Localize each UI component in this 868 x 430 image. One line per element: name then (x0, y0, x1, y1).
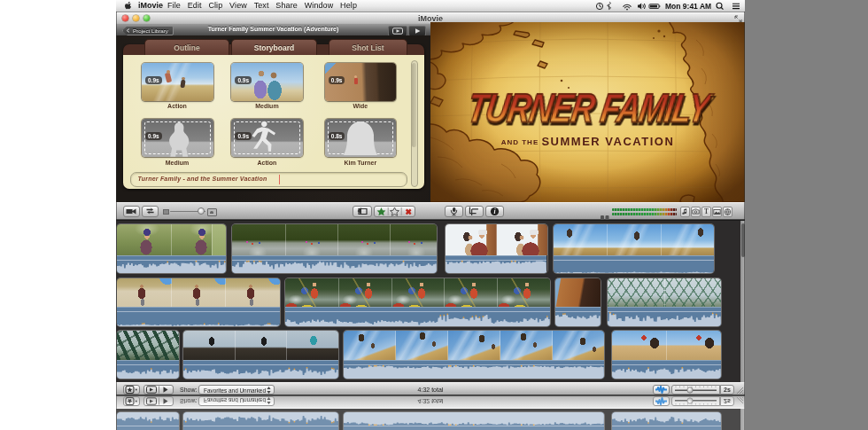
svg-text:T: T (704, 207, 709, 215)
